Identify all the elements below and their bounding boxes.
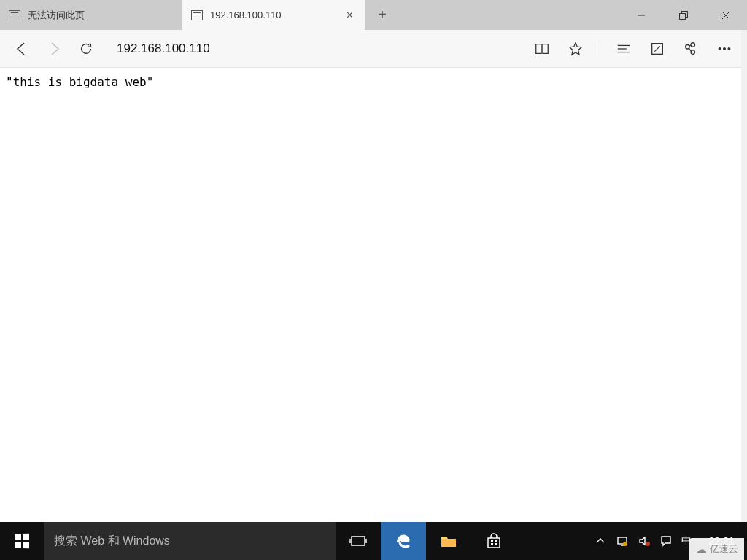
share-button[interactable] [674, 30, 708, 68]
close-tab-icon[interactable]: × [344, 9, 356, 22]
tray-network-button[interactable] [611, 522, 633, 560]
taskbar-search[interactable]: 搜索 Web 和 Windows [44, 522, 336, 560]
svg-rect-16 [491, 540, 493, 542]
favorite-button[interactable] [559, 30, 592, 68]
page-icon [191, 10, 203, 20]
svg-rect-18 [491, 543, 493, 545]
file-explorer-button[interactable] [426, 522, 471, 560]
hub-icon [616, 41, 632, 57]
more-button[interactable] [708, 30, 741, 68]
tab-title: 192.168.100.110 [210, 9, 344, 20]
toolbar-separator [592, 30, 607, 68]
plus-icon: + [378, 7, 387, 23]
page-content: "this is bigdata web" [0, 68, 747, 522]
tab-inactive[interactable]: 无法访问此页 [0, 0, 182, 30]
close-window-button[interactable] [705, 0, 747, 30]
minimize-icon [637, 11, 646, 20]
forward-icon [46, 41, 62, 57]
svg-point-23 [646, 542, 650, 546]
edge-taskbar-button[interactable] [381, 522, 426, 560]
restore-button[interactable] [662, 0, 705, 30]
start-button[interactable] [0, 522, 44, 560]
share-icon [683, 41, 699, 57]
svg-rect-19 [495, 543, 497, 545]
forward-button[interactable] [38, 30, 70, 68]
tab-strip: 无法访问此页 192.168.100.110 × + [0, 0, 747, 30]
refresh-button[interactable] [70, 30, 102, 68]
restore-icon [679, 11, 688, 20]
action-center-icon [660, 535, 672, 547]
network-icon [616, 535, 628, 547]
svg-point-12 [728, 47, 730, 50]
hub-button[interactable] [607, 30, 640, 68]
folder-icon [439, 532, 458, 551]
svg-rect-17 [495, 540, 497, 542]
new-tab-button[interactable]: + [365, 0, 400, 30]
edge-icon [394, 532, 413, 551]
address-bar[interactable] [102, 42, 525, 56]
svg-point-8 [691, 42, 695, 47]
windows-taskbar: 搜索 Web 和 Windows 中 22:21 [0, 522, 747, 560]
watermark: ☁ 亿速云 [689, 538, 744, 560]
back-button[interactable] [6, 30, 38, 68]
search-placeholder: 搜索 Web 和 Windows [54, 534, 170, 549]
store-button[interactable] [471, 522, 516, 560]
tray-overflow-button[interactable] [589, 522, 611, 560]
svg-point-10 [719, 47, 721, 50]
svg-point-22 [623, 542, 627, 546]
webnote-button[interactable] [640, 30, 674, 68]
cloud-icon: ☁ [695, 542, 707, 556]
taskbar-apps [336, 522, 516, 560]
tray-volume-button[interactable] [633, 522, 655, 560]
store-icon [484, 532, 503, 551]
chevron-up-icon [595, 535, 606, 547]
back-icon [14, 41, 30, 57]
tab-active[interactable]: 192.168.100.110 × [182, 0, 365, 30]
reading-view-icon [534, 41, 550, 57]
page-icon [9, 10, 20, 20]
tab-title: 无法访问此页 [28, 9, 174, 22]
page-body-text: "this is bigdata web" [6, 75, 153, 89]
minimize-button[interactable] [620, 0, 662, 30]
action-center-button[interactable] [655, 522, 677, 560]
webnote-icon [649, 41, 665, 57]
windows-logo-icon [15, 534, 29, 548]
watermark-text: 亿速云 [710, 542, 738, 556]
task-view-button[interactable] [336, 522, 381, 560]
window-controls [620, 0, 747, 30]
vertical-scrollbar[interactable] [741, 30, 747, 522]
svg-rect-13 [352, 537, 365, 545]
task-view-icon [349, 532, 368, 551]
reading-view-button[interactable] [525, 30, 559, 68]
volume-muted-icon [638, 535, 650, 547]
url-input[interactable] [117, 42, 525, 56]
more-icon [716, 41, 732, 57]
svg-point-11 [724, 47, 726, 50]
browser-toolbar [0, 30, 747, 68]
refresh-icon [78, 41, 94, 57]
toolbar-right-icons [525, 30, 741, 68]
close-window-icon [721, 11, 730, 20]
favorite-icon [568, 41, 584, 57]
